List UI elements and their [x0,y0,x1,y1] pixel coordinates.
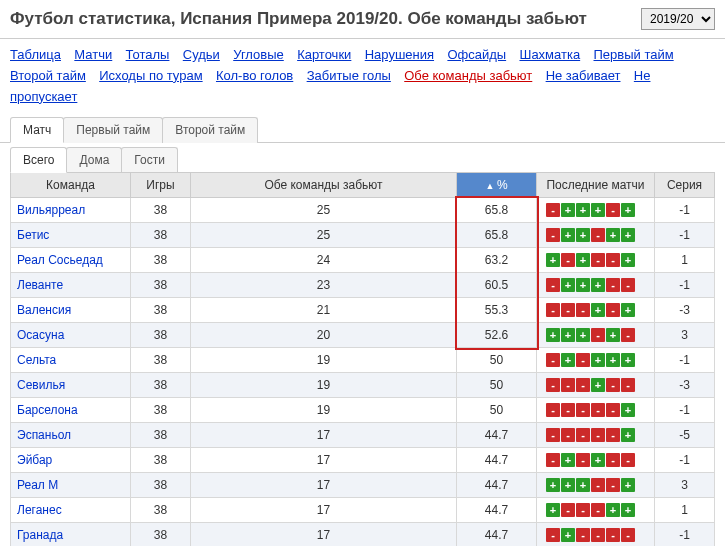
nav-link-1[interactable]: Матчи [74,47,112,62]
match-result-icon: + [576,228,590,242]
cell-team[interactable]: Бетис [11,223,131,248]
cell-team[interactable]: Вильярреал [11,198,131,223]
match-result-icon: + [546,253,560,267]
match-result-icon: + [621,478,635,492]
tabs-period: МатчПервый таймВторой тайм [0,113,725,143]
cell-both: 17 [191,523,457,546]
nav-link-4[interactable]: Угловые [233,47,284,62]
match-result-icon: + [561,528,575,542]
match-result-icon: - [606,453,620,467]
tab-tabs2-0[interactable]: Всего [10,147,67,173]
cell-team[interactable]: Гранада [11,523,131,546]
cell-pct: 44.7 [457,448,537,473]
cell-streak: -1 [655,448,715,473]
col-both[interactable]: Обе команды забьют [191,173,457,198]
table-row: Осасуна382052.6+++-+-3 [11,323,715,348]
tab-tabs2-1[interactable]: Дома [66,147,122,173]
nav-link-8[interactable]: Шахматка [519,47,580,62]
tab-tabs1-1[interactable]: Первый тайм [63,117,163,143]
match-result-icon: - [606,403,620,417]
cell-team[interactable]: Барселона [11,398,131,423]
col-games[interactable]: Игры [131,173,191,198]
cell-recent: -----+ [537,423,655,448]
match-result-icon: - [606,478,620,492]
nav-link-2[interactable]: Тоталы [126,47,170,62]
cell-recent: ---+-+ [537,298,655,323]
cell-team[interactable]: Осасуна [11,323,131,348]
cell-recent: +++-+- [537,323,655,348]
tab-tabs1-2[interactable]: Второй тайм [162,117,258,143]
match-result-icon: + [561,353,575,367]
nav-link-9[interactable]: Первый тайм [594,47,674,62]
col-pct[interactable]: % [457,173,537,198]
match-result-icon: + [576,328,590,342]
cell-both: 17 [191,448,457,473]
match-result-icon: - [546,428,560,442]
table-row: Севилья381950---+---3 [11,373,715,398]
nav-link-3[interactable]: Судьи [183,47,220,62]
cell-streak: -1 [655,223,715,248]
match-result-icon: - [546,278,560,292]
match-result-icon: + [591,378,605,392]
match-result-icon: - [546,378,560,392]
cell-games: 38 [131,198,191,223]
col-streak[interactable]: Серия [655,173,715,198]
nav-link-0[interactable]: Таблица [10,47,61,62]
nav-link-15[interactable]: Не забивает [546,68,621,83]
match-result-icon: + [561,453,575,467]
match-result-icon: + [621,303,635,317]
cell-recent: +-+--+ [537,248,655,273]
nav-link-12[interactable]: Кол-во голов [216,68,293,83]
nav-link-7[interactable]: Офсайды [447,47,506,62]
table-row: Барселона381950-----+-1 [11,398,715,423]
tab-tabs2-2[interactable]: Гости [121,147,178,173]
match-result-icon: - [561,253,575,267]
match-result-icon: + [546,478,560,492]
cell-team[interactable]: Сельта [11,348,131,373]
nav-link-10[interactable]: Второй тайм [10,68,86,83]
nav-link-6[interactable]: Нарушения [365,47,434,62]
season-select[interactable]: 2019/20 [641,8,715,30]
match-result-icon: - [606,278,620,292]
nav-link-11[interactable]: Исходы по турам [99,68,202,83]
cell-team[interactable]: Эйбар [11,448,131,473]
tab-tabs1-0[interactable]: Матч [10,117,64,143]
cell-both: 24 [191,248,457,273]
cell-both: 19 [191,373,457,398]
cell-games: 38 [131,473,191,498]
cell-team[interactable]: Реал Сосьедад [11,248,131,273]
cell-team[interactable]: Севилья [11,373,131,398]
cell-recent: -++-++ [537,223,655,248]
nav-link-13[interactable]: Забитые голы [307,68,391,83]
match-result-icon: + [576,253,590,267]
nav-link-5[interactable]: Карточки [297,47,351,62]
match-result-icon: + [576,478,590,492]
cell-both: 25 [191,223,457,248]
match-result-icon: + [621,253,635,267]
match-result-icon: - [621,378,635,392]
match-result-icon: - [546,353,560,367]
cell-team[interactable]: Валенсия [11,298,131,323]
cell-pct: 50 [457,348,537,373]
cell-both: 25 [191,198,457,223]
match-result-icon: - [591,503,605,517]
cell-games: 38 [131,323,191,348]
match-result-icon: - [606,303,620,317]
match-result-icon: - [576,428,590,442]
cell-team[interactable]: Реал М [11,473,131,498]
cell-pct: 65.8 [457,223,537,248]
cell-team[interactable]: Эспаньол [11,423,131,448]
col-recent[interactable]: Последние матчи [537,173,655,198]
cell-pct: 60.5 [457,273,537,298]
col-team[interactable]: Команда [11,173,131,198]
match-result-icon: - [546,403,560,417]
cell-streak: -1 [655,273,715,298]
cell-team[interactable]: Леганес [11,498,131,523]
cell-games: 38 [131,298,191,323]
cell-team[interactable]: Леванте [11,273,131,298]
cell-both: 17 [191,498,457,523]
cell-recent: +++--+ [537,473,655,498]
nav-link-14[interactable]: Обе команды забьют [404,68,532,83]
match-result-icon: - [591,528,605,542]
match-result-icon: - [606,428,620,442]
